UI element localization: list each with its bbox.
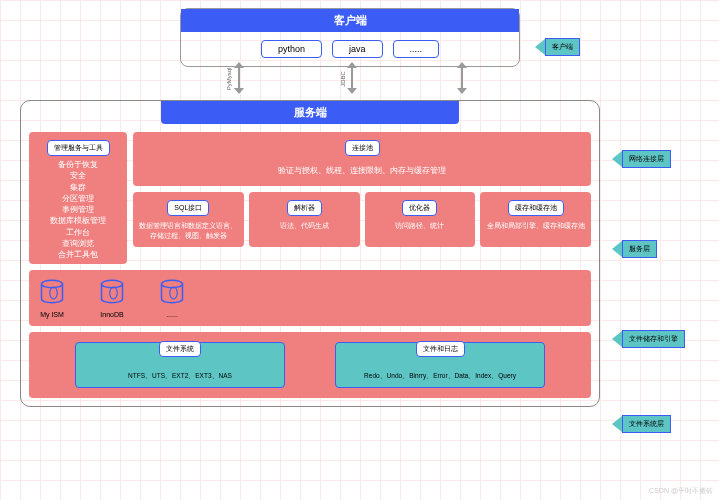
- mgmt-header: 管理服务与工具: [47, 140, 110, 156]
- pool-header: 连接池: [345, 140, 380, 156]
- mgmt-item: 工作台: [33, 227, 123, 238]
- db-innodb: InnoDB: [97, 278, 127, 318]
- arrow-down-icon: [345, 62, 359, 94]
- fs-box: 文件系统NTFS、UTS、EXT2、EXT3、NAS: [75, 342, 285, 388]
- server-body: 管理服务与工具 备份于恢复 安全 集群 分区管理 事例管理 数据库模板管理 工作…: [21, 124, 599, 406]
- label-filesystem: 文件系统层: [612, 415, 671, 433]
- mgmt-item: 事例管理: [33, 204, 123, 215]
- svg-point-0: [42, 281, 63, 289]
- mgmt-item: 集群: [33, 182, 123, 193]
- optimizer: 优化器访问路径、统计: [365, 192, 476, 247]
- db-myism: My ISM: [37, 278, 67, 318]
- arrow-down-icon: [455, 62, 469, 94]
- client-item: .....: [393, 40, 440, 58]
- client-item: python: [261, 40, 322, 58]
- pool-text: 验证与授权、线程、连接限制、内存与缓存管理: [137, 159, 587, 182]
- label-client: 客户端: [535, 38, 580, 56]
- arrow-down-icon: [232, 62, 246, 94]
- mgmt-item: 数据库模板管理: [33, 215, 123, 226]
- mgmt-item: 合并工具包: [33, 249, 123, 260]
- svg-point-1: [50, 287, 58, 299]
- mgmt-item: 安全: [33, 170, 123, 181]
- log-box: 文件和日志Redo、Undo、Binrry、Error、Data、Index、Q…: [335, 342, 545, 388]
- svg-point-5: [170, 287, 178, 299]
- sql-interface: SQL接口数据管理语言和数据定义语言、存储过程、视图、触发器: [133, 192, 244, 247]
- client-item: java: [332, 40, 383, 58]
- label-network: 网络连接层: [612, 150, 671, 168]
- client-title: 客户端: [181, 9, 519, 32]
- connector-label: PyMysql: [226, 68, 232, 91]
- mgmt-item: 查询浏览: [33, 238, 123, 249]
- parser: 解析器语法、代码生成: [249, 192, 360, 247]
- database-icon: [97, 278, 127, 308]
- svg-point-2: [102, 281, 123, 289]
- server-title: 服务端: [161, 101, 459, 124]
- mgmt-item: 备份于恢复: [33, 159, 123, 170]
- connection-pool: 连接池 验证与授权、线程、连接限制、内存与缓存管理: [133, 132, 591, 186]
- client-body: python java .....: [181, 32, 519, 66]
- connector-label: JDBC: [340, 71, 346, 87]
- filesystem-row: 文件系统NTFS、UTS、EXT2、EXT3、NAS 文件和日志Redo、Und…: [29, 332, 591, 398]
- cache: 缓存和缓存池全局和局部引擎、缓存和缓存池: [480, 192, 591, 247]
- right-column: 连接池 验证与授权、线程、连接限制、内存与缓存管理 SQL接口数据管理语言和数据…: [133, 132, 591, 264]
- engine-row: My ISM InnoDB ......: [29, 270, 591, 326]
- mgmt-panel: 管理服务与工具 备份于恢复 安全 集群 分区管理 事例管理 数据库模板管理 工作…: [29, 132, 127, 264]
- label-storage: 文件储存和引擎: [612, 330, 685, 348]
- db-other: ......: [157, 278, 187, 318]
- client-container: 客户端 python java .....: [180, 8, 520, 67]
- database-icon: [157, 278, 187, 308]
- svg-point-4: [162, 281, 183, 289]
- row-top: 管理服务与工具 备份于恢复 安全 集群 分区管理 事例管理 数据库模板管理 工作…: [29, 132, 591, 264]
- label-service: 服务层: [612, 240, 657, 258]
- svg-point-3: [110, 287, 118, 299]
- server-container: 服务端 管理服务与工具 备份于恢复 安全 集群 分区管理 事例管理 数据库模板管…: [20, 100, 600, 407]
- watermark: CSDN @平时不搬砖: [649, 486, 713, 496]
- mgmt-item: 分区管理: [33, 193, 123, 204]
- database-icon: [37, 278, 67, 308]
- sql-row: SQL接口数据管理语言和数据定义语言、存储过程、视图、触发器 解析器语法、代码生…: [133, 192, 591, 247]
